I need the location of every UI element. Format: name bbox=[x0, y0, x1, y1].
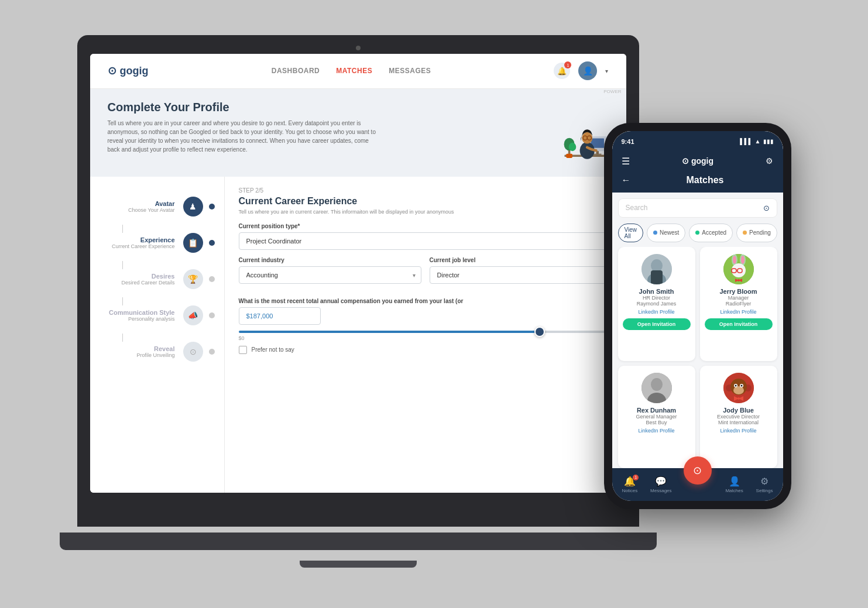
avatar-rex-dunham bbox=[641, 373, 672, 403]
laptop-device: ⊙ gogig DASHBOARD MATCHES MESSAGES 🔔 1 👤… bbox=[77, 35, 639, 573]
jerry-bloom-linkedin[interactable]: LinkedIn Profile bbox=[720, 309, 756, 315]
step-avatar[interactable]: Avatar Choose Your Avatar ♟ bbox=[90, 188, 224, 225]
step-desires[interactable]: Desires Desired Career Details 🏆 bbox=[90, 261, 224, 297]
settings-nav-label: Settings bbox=[756, 488, 773, 493]
compensation-slider-track bbox=[239, 331, 612, 333]
step-desires-sub: Desired Career Details bbox=[100, 280, 175, 286]
svg-point-40 bbox=[735, 384, 736, 386]
step-experience-icon: 📋 bbox=[183, 233, 203, 253]
nav-link-matches[interactable]: MATCHES bbox=[336, 67, 372, 75]
step-reveal-text: Reveal Profile Unveiling bbox=[100, 345, 183, 358]
svg-point-44 bbox=[737, 397, 740, 400]
newest-dot bbox=[653, 231, 657, 235]
job-level-input[interactable] bbox=[430, 266, 612, 284]
match-card-rex-dunham[interactable]: Rex Dunham General Manager Best Buy Link… bbox=[618, 366, 695, 468]
svg-point-31 bbox=[651, 378, 663, 391]
jerry-bloom-name: Jerry Bloom bbox=[719, 288, 757, 295]
job-level-label: Current job level bbox=[430, 257, 612, 263]
match-card-jerry-bloom[interactable]: Jerry Bloom Manager RadioFlyer LinkedIn … bbox=[700, 247, 777, 361]
jody-blue-linkedin[interactable]: LinkedIn Profile bbox=[720, 428, 756, 434]
compensation-slider-thumb[interactable] bbox=[534, 327, 545, 337]
home-fab-button[interactable]: ⊙ bbox=[684, 456, 712, 485]
step-comm-icon: 📣 bbox=[183, 305, 203, 325]
avatar-chevron: ▾ bbox=[605, 68, 608, 74]
jody-blue-name: Jody Blue bbox=[723, 407, 754, 414]
step-reveal-title: Reveal bbox=[100, 345, 175, 352]
svg-rect-8 bbox=[566, 153, 572, 157]
bottom-nav-messages[interactable]: 💬 Messages bbox=[650, 476, 671, 493]
matches-nav-icon: 👤 bbox=[729, 476, 740, 487]
filter-tab-newest[interactable]: Newest bbox=[647, 224, 685, 242]
step-experience-dot bbox=[209, 240, 215, 246]
phone-frame: 9:41 ▌▌▌ ▲ ▮▮▮ ☰ ⊙ gogig ⚙ ← Matches bbox=[604, 123, 791, 509]
bottom-nav-settings[interactable]: ⚙ Settings bbox=[756, 476, 773, 493]
match-card-jody-blue[interactable]: Jody Blue Executive Director Mint Intern… bbox=[700, 366, 777, 468]
prefer-not-checkbox[interactable] bbox=[239, 346, 247, 354]
nav-links: DASHBOARD MATCHES MESSAGES bbox=[272, 67, 431, 75]
user-avatar[interactable]: 👤 bbox=[578, 61, 597, 80]
logo-icon: ⊙ bbox=[108, 64, 116, 77]
accepted-dot bbox=[695, 231, 699, 235]
phone-logo-icon: ⊙ bbox=[682, 156, 689, 166]
notification-bell[interactable]: 🔔 1 bbox=[554, 63, 570, 79]
filter-tab-newest-label: Newest bbox=[660, 229, 679, 236]
position-type-input[interactable] bbox=[239, 232, 612, 250]
nav-right: 🔔 1 👤 ▾ bbox=[554, 61, 608, 80]
industry-select[interactable]: Accounting bbox=[239, 266, 421, 284]
bottom-nav-notices[interactable]: 🔔 Notices 1 bbox=[622, 476, 637, 493]
prefer-not-row: Prefer not to say bbox=[239, 346, 612, 354]
svg-point-7 bbox=[568, 142, 576, 150]
industry-label: Current industry bbox=[239, 257, 421, 263]
settings-gear-icon[interactable]: ⚙ bbox=[766, 156, 773, 166]
signal-icon: ▌▌▌ bbox=[740, 138, 752, 145]
back-arrow-icon[interactable]: ← bbox=[622, 175, 631, 186]
matches-header: ← Matches bbox=[612, 173, 783, 193]
step-desires-title: Desires bbox=[100, 273, 175, 280]
step-communication[interactable]: Communication Style Personality analysis… bbox=[90, 297, 224, 334]
john-smith-name: John Smith bbox=[639, 288, 674, 295]
jody-blue-title: Executive Director bbox=[717, 414, 760, 420]
prefer-not-label: Prefer not to say bbox=[252, 346, 294, 353]
john-smith-title: HR Director bbox=[643, 295, 670, 301]
search-bar[interactable]: Search ⊙ bbox=[618, 198, 777, 218]
avatar-jerry-bloom bbox=[723, 254, 754, 284]
phone-time: 9:41 bbox=[622, 138, 634, 145]
filter-tab-view-all[interactable]: View All bbox=[618, 224, 644, 242]
match-card-john-smith[interactable]: John Smith HR Director Raymond James Lin… bbox=[618, 247, 695, 361]
nav-link-dashboard[interactable]: DASHBOARD bbox=[272, 67, 320, 75]
compensation-input[interactable] bbox=[239, 307, 321, 325]
hamburger-icon[interactable]: ☰ bbox=[622, 156, 630, 167]
job-level-group: Current job level bbox=[430, 257, 612, 291]
logo-text: gogig bbox=[120, 65, 149, 77]
nav-link-messages[interactable]: MESSAGES bbox=[389, 67, 431, 75]
phone-device: 9:41 ▌▌▌ ▲ ▮▮▮ ☰ ⊙ gogig ⚙ ← Matches bbox=[604, 123, 791, 521]
step-experience-text: Experience Current Career Experience bbox=[100, 236, 183, 249]
jerry-bloom-title: Manager bbox=[728, 295, 749, 301]
messages-icon: 💬 bbox=[655, 476, 667, 487]
step-experience[interactable]: Experience Current Career Experience 📋 bbox=[90, 225, 224, 261]
industry-select-wrapper: Accounting ▾ bbox=[239, 266, 421, 284]
john-smith-invitation-btn[interactable]: Open Invitation bbox=[623, 318, 691, 330]
step-desires-dot bbox=[209, 276, 215, 282]
svg-point-37 bbox=[733, 386, 744, 394]
phone-header: ☰ ⊙ gogig ⚙ bbox=[612, 152, 783, 173]
step-desires-text: Desires Desired Career Details bbox=[100, 273, 183, 286]
filter-tab-pending[interactable]: Pending bbox=[736, 224, 777, 242]
bottom-nav-matches[interactable]: 👤 Matches bbox=[725, 476, 743, 493]
rex-dunham-linkedin[interactable]: LinkedIn Profile bbox=[638, 428, 674, 434]
rex-dunham-name: Rex Dunham bbox=[637, 407, 676, 414]
jerry-bloom-company: RadioFlyer bbox=[726, 301, 752, 307]
step-reveal[interactable]: Reveal Profile Unveiling ⊙ bbox=[90, 334, 224, 370]
hero-title: Complete Your Profile bbox=[108, 101, 377, 114]
filter-tab-pending-label: Pending bbox=[749, 229, 771, 236]
status-icons: ▌▌▌ ▲ ▮▮▮ bbox=[740, 138, 773, 145]
laptop-stand bbox=[300, 561, 417, 568]
phone-status-bar: 9:41 ▌▌▌ ▲ ▮▮▮ bbox=[612, 131, 783, 152]
step-avatar-sub: Choose Your Avatar bbox=[100, 207, 175, 213]
laptop-screen: ⊙ gogig DASHBOARD MATCHES MESSAGES 🔔 1 👤… bbox=[90, 54, 626, 493]
filter-tab-accepted[interactable]: Accepted bbox=[689, 224, 733, 242]
rex-dunham-title: General Manager bbox=[636, 414, 677, 420]
john-smith-linkedin[interactable]: LinkedIn Profile bbox=[638, 309, 674, 315]
jerry-bloom-invitation-btn[interactable]: Open Invitation bbox=[705, 318, 773, 330]
svg-rect-17 bbox=[651, 270, 663, 284]
